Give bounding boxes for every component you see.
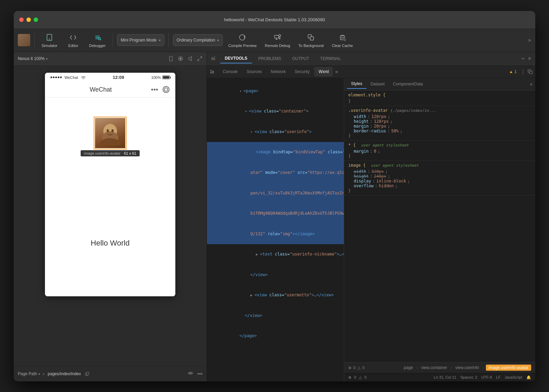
signal-dot-2 <box>53 76 55 78</box>
titlebar: helloworld - WeChat Devtools Stable 1.03… <box>14 11 535 29</box>
tab-output[interactable]: OUTPUT <box>287 54 314 63</box>
compilation-dropdown-btn[interactable]: Ordinary Compilation ▾ <box>173 34 223 46</box>
svg-point-1 <box>49 39 50 40</box>
page-path-btn[interactable]: Page Path ▾ <box>18 371 40 376</box>
main-content: Nexus 6 100% ▾ <box>14 52 535 381</box>
more-icon[interactable]: » <box>528 37 531 43</box>
phone-body: image.userinfo-avatar 61 x 61 Hello Worl… <box>45 97 175 296</box>
fullscreen-icon[interactable] <box>197 56 202 61</box>
attr-val-nick: "userinfo-nickname" <box>290 252 337 257</box>
traffic-lights <box>19 17 38 22</box>
dom-line-image-selected[interactable]: <image bindtap="bindViewTap" class="user… <box>207 142 344 163</box>
signal-dot-1 <box>50 76 52 78</box>
styles-panel: Styles Dataset ComponentData » <box>344 78 535 381</box>
dom-line-close-container[interactable]: </view> <box>207 306 344 326</box>
style-prop-img-width: width : 320px ; <box>348 169 531 174</box>
dom-line-image-cont4[interactable]: Q/132" role="img"></image> <box>207 224 344 244</box>
svg-rect-5 <box>274 35 279 38</box>
styles-more-icon[interactable]: » <box>530 81 533 87</box>
dom-line-image-cont[interactable]: atar" mode="cover" src="https://wx.qlogo… <box>207 163 344 183</box>
bottom-right-icons: ••• <box>188 371 202 377</box>
audio-icon[interactable] <box>187 56 193 61</box>
more-dots-icon[interactable]: ••• <box>151 86 158 94</box>
simulator-icons <box>168 56 202 61</box>
dom-line-userinfo[interactable]: ▾ <view class="userinfo"> <box>207 122 344 142</box>
more-options-icon[interactable]: ••• <box>197 371 202 377</box>
styles-tab-dataset-label: Dataset <box>371 82 385 86</box>
editor-btn[interactable]: Editor <box>63 31 83 49</box>
attr-role: role= <box>265 231 280 236</box>
clear-cache-icon: ≡ <box>338 33 347 42</box>
dom-line-image-cont3[interactable]: b1fRMg9BQ04WddqaBdRjdLeAhZDsUThJBlPG9w6b… <box>207 203 344 224</box>
styles-tab-styles[interactable]: Styles <box>347 79 366 89</box>
select-element-icon[interactable] <box>210 69 215 74</box>
user-avatar[interactable] <box>18 34 30 46</box>
maximize-button[interactable] <box>34 17 38 22</box>
breadcrumb-page[interactable]: page <box>402 365 414 371</box>
style-rule-image: image { user agent stylesheet width : 32… <box>344 161 535 195</box>
more-options-icon-2[interactable]: ⋮ <box>520 69 526 75</box>
styles-tab-componentdata[interactable]: ComponentData <box>389 79 427 89</box>
close-panel-icon[interactable]: × <box>528 56 531 62</box>
subtab-network[interactable]: Network <box>267 67 290 76</box>
tab-devtools[interactable]: DEVTOOLS <box>220 54 252 63</box>
breadcrumb-container[interactable]: view.container <box>420 365 448 371</box>
attr-bindtap: bindtap= <box>273 150 293 154</box>
avatar-wrapper[interactable] <box>95 118 125 148</box>
user-info-section: image.userinfo-avatar 61 x 61 <box>81 118 140 156</box>
mode-dropdown-btn[interactable]: Mini Program Mode ▾ <box>117 34 164 46</box>
close-button[interactable] <box>19 17 24 22</box>
breadcrumb-sep-3: › <box>482 366 484 370</box>
phone-rotate-icon[interactable] <box>168 56 174 61</box>
collapse-icon[interactable] <box>521 56 525 61</box>
tab-problems[interactable]: PROBLEMS <box>254 54 286 63</box>
device-name: Nexus 6 100% <box>18 56 45 61</box>
dom-line-close-view[interactable]: </view> <box>207 265 344 285</box>
eye-icon[interactable] <box>188 371 193 377</box>
styles-tab-dataset[interactable]: Dataset <box>366 79 389 89</box>
subtab-wxml[interactable]: Wxml <box>314 67 333 76</box>
dom-line-text[interactable]: ▶ <text class="userinfo-nickname">…</tex… <box>207 244 344 265</box>
compilation-chevron-icon: ▾ <box>217 38 219 42</box>
simulator-btn[interactable]: Simulator <box>39 31 60 49</box>
editor-icon <box>68 33 78 42</box>
breadcrumb-avatar[interactable]: image.userinfo-avatar <box>486 365 531 371</box>
record-icon[interactable] <box>178 56 183 61</box>
clear-cache-btn[interactable]: ≡ Clear Cache <box>329 31 355 49</box>
subtab-security[interactable]: Security <box>291 67 314 76</box>
dom-line-container[interactable]: ▾ <view class="container"> <box>207 101 344 122</box>
tag-image: <image <box>256 150 273 154</box>
breadcrumb-container-label: view.container <box>421 365 447 370</box>
dom-line-page[interactable]: ▾ <page> <box>207 81 344 102</box>
dom-panel: ▾ <page> ▾ <view class="container"> ▾ <v… <box>207 78 344 381</box>
copy-path-icon[interactable] <box>85 372 89 376</box>
status-right: 100% <box>151 75 170 80</box>
bell-icon[interactable]: 🔔 <box>526 375 531 380</box>
triangle-icon3: ▶ <box>250 293 255 297</box>
dom-line-usermotto[interactable]: ▶ <view class="usermotto">…</view> <box>207 285 344 306</box>
device-selector[interactable]: Nexus 6 100% ▾ <box>18 56 48 61</box>
tag-close2: > <box>309 129 312 134</box>
prop-semi-5: ; <box>378 149 380 154</box>
compile-preview-btn[interactable]: Compile Preview <box>225 31 259 49</box>
prop-semi-9: ; <box>395 183 397 188</box>
status-spaces: Spaces: 2 <box>460 375 477 379</box>
tab-output-label: OUTPUT <box>292 56 309 61</box>
debugger-btn[interactable]: Debugger <box>86 31 108 49</box>
prop-name-star-margin: margin <box>354 149 369 154</box>
more-subtabs-icon[interactable]: » <box>335 69 338 75</box>
record-circle-icon[interactable] <box>162 86 170 93</box>
breadcrumb-userinfo[interactable]: view.userinfo <box>454 365 480 371</box>
subtab-sources[interactable]: Sources <box>243 67 266 76</box>
subtab-console[interactable]: Console <box>219 67 242 76</box>
signal-dot-5 <box>60 76 62 78</box>
remote-debug-btn[interactable]: Remote Debug <box>262 31 293 49</box>
to-background-btn[interactable]: To Background <box>296 31 326 49</box>
subtab-wxml-label: Wxml <box>318 69 329 74</box>
detach-icon[interactable] <box>528 69 533 74</box>
tab-problems-label: PROBLEMS <box>258 56 281 61</box>
dom-line-image-cont2[interactable]: pen/vi_32/xuTu0k3jRTaJKmsXVMnfjASTusInO4… <box>207 183 344 203</box>
minimize-button[interactable] <box>26 17 31 22</box>
tab-terminal[interactable]: TERMINAL <box>315 54 346 63</box>
dom-line-close-page[interactable]: </page> <box>207 326 344 346</box>
